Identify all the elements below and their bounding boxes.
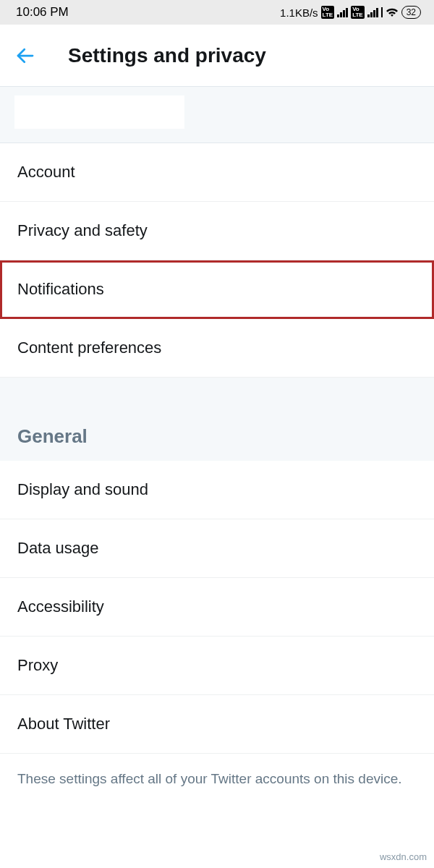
- settings-item-display-sound[interactable]: Display and sound: [0, 461, 434, 519]
- battery-icon: 32: [401, 6, 421, 19]
- network-speed: 1.1KB/s: [280, 7, 318, 19]
- volte-icon-2: VoLTE: [351, 6, 365, 19]
- settings-item-notifications[interactable]: Notifications: [0, 260, 434, 319]
- settings-item-accessibility[interactable]: Accessibility: [0, 578, 434, 637]
- footer-note: These settings affect all of your Twitte…: [0, 754, 434, 788]
- volte-icon: VoLTE: [321, 6, 335, 19]
- settings-item-data-usage[interactable]: Data usage: [0, 519, 434, 578]
- settings-item-proxy[interactable]: Proxy: [0, 637, 434, 695]
- settings-general-list: Display and sound Data usage Accessibili…: [0, 461, 434, 754]
- signal-icon: [337, 7, 348, 17]
- status-time: 10:06 PM: [16, 5, 69, 20]
- settings-item-privacy[interactable]: Privacy and safety: [0, 202, 434, 260]
- page-title: Settings and privacy: [68, 44, 266, 67]
- status-bar: 10:06 PM 1.1KB/s VoLTE VoLTE 32: [0, 0, 434, 25]
- username-redacted: [14, 95, 184, 129]
- signal-empty-icon: [381, 7, 383, 17]
- settings-main-list: Account Privacy and safety Notifications…: [0, 143, 434, 378]
- signal-icon-2: [367, 7, 378, 17]
- watermark: wsxdn.com: [380, 851, 427, 862]
- settings-item-content-prefs[interactable]: Content preferences: [0, 319, 434, 378]
- settings-item-account[interactable]: Account: [0, 143, 434, 202]
- status-right: 1.1KB/s VoLTE VoLTE 32: [280, 6, 421, 19]
- section-header-general: General: [0, 378, 434, 461]
- account-username-section: [0, 86, 434, 143]
- app-header: Settings and privacy: [0, 25, 434, 86]
- settings-item-about[interactable]: About Twitter: [0, 695, 434, 754]
- back-button[interactable]: [14, 45, 36, 67]
- wifi-icon: [386, 7, 399, 17]
